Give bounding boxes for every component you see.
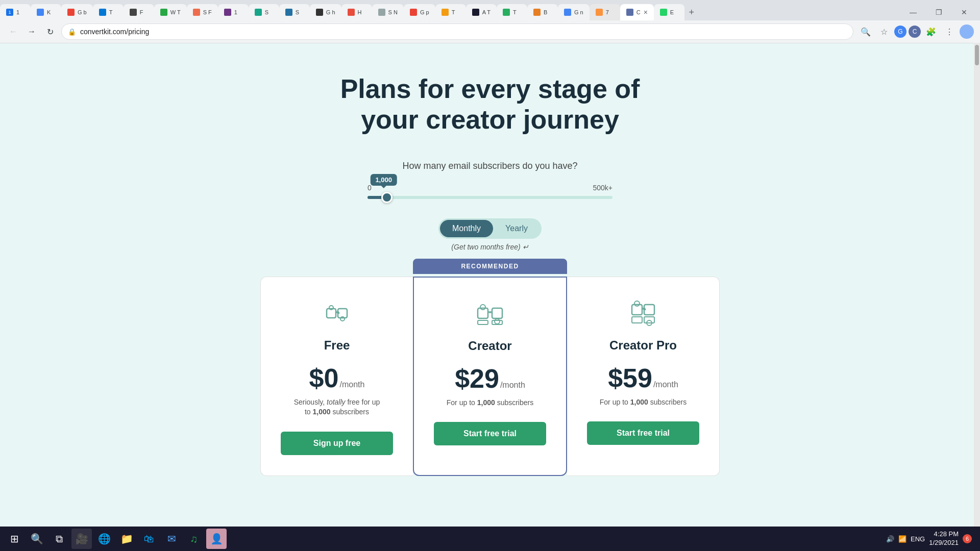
tab-favicon-gn: [564, 9, 571, 16]
taskbar-time-display: 4:28 PM: [929, 530, 959, 539]
creator-pro-plan-cta-button[interactable]: Start free trial: [587, 421, 699, 445]
browser-tab-gp[interactable]: G p: [404, 4, 435, 20]
creator-pro-plan-name: Creator Pro: [609, 338, 677, 353]
browser-tab-f[interactable]: F: [124, 4, 154, 20]
new-tab-button[interactable]: +: [684, 5, 699, 19]
browser-tab-t3[interactable]: T: [497, 4, 527, 20]
refresh-button[interactable]: ↻: [43, 24, 57, 39]
billing-toggle-container: Monthly Yearly (Get two months free) ↵: [438, 218, 542, 251]
pricing-cards: Free $0 /month Seriously, totally free f…: [260, 277, 720, 476]
tab-favicon-t2: [442, 9, 449, 16]
free-plan-cta-button[interactable]: Sign up free: [281, 432, 393, 455]
browser-toolbar: ← → ↻ 🔒 convertkit.com/pricing 🔍 ☆ G C 🧩…: [0, 20, 980, 43]
browser-tab-sn[interactable]: S N: [372, 4, 404, 20]
taskbar-sound-icon: 🔊: [886, 535, 894, 543]
browser-tab-gn[interactable]: G n: [558, 4, 590, 20]
taskbar-files-button[interactable]: 📁: [116, 529, 137, 543]
yearly-toggle-button[interactable]: Yearly: [493, 220, 540, 237]
maximize-button[interactable]: ❐: [927, 4, 950, 20]
browser-tab-sf[interactable]: S F: [187, 4, 218, 20]
browser-tab-e[interactable]: E: [654, 4, 684, 20]
search-taskbar-button[interactable]: 🔍: [27, 529, 47, 543]
creator-price-period: /month: [500, 381, 525, 390]
minimize-button[interactable]: —: [901, 4, 925, 20]
taskbar: ⊞ 🔍 ⧉ 🎥 🌐 📁 🛍 ✉ ♫ 👤 🔊 📶 ENG 4:28 PM 1/29…: [0, 527, 980, 543]
browser-tab-p[interactable]: 1: [218, 4, 249, 20]
svg-rect-12: [632, 317, 642, 323]
browser-tab-t2[interactable]: T: [435, 4, 466, 20]
creator-pro-price-period: /month: [653, 380, 678, 389]
taskbar-spotify-button[interactable]: ♫: [184, 529, 204, 543]
active-tab-label: C: [636, 9, 641, 15]
slider-labels: 0 500k+: [368, 184, 612, 192]
creator-plan-price: $29 /month: [455, 363, 525, 394]
browser-tabs: 11 K G b T F W T S F 1 S S G h H S N G p…: [0, 0, 980, 20]
creator-plan-cta-button[interactable]: Start free trial: [434, 422, 546, 445]
slider-track: 1,000: [368, 196, 612, 199]
svg-rect-5: [492, 308, 502, 318]
slider-tooltip: 1,000: [370, 174, 397, 186]
browser-tab-inactive[interactable]: 11: [0, 4, 31, 20]
bookmark-button[interactable]: ☆: [876, 23, 892, 40]
taskbar-mail-button[interactable]: ✉: [161, 529, 182, 543]
tab-favicon-s2: [285, 9, 292, 16]
browser-tab-at[interactable]: A T: [466, 4, 497, 20]
slider-thumb[interactable]: 1,000: [381, 192, 393, 203]
close-window-button[interactable]: ✕: [952, 4, 976, 20]
free-plan-name: Free: [324, 338, 350, 353]
browser-tab-7[interactable]: 7: [590, 4, 620, 20]
taskview-button[interactable]: ⧉: [49, 529, 69, 543]
extensions-button[interactable]: 🧩: [923, 23, 939, 40]
taskbar-edge-button[interactable]: 🌐: [94, 529, 114, 543]
start-button[interactable]: ⊞: [4, 529, 24, 543]
extension-button-2[interactable]: C: [909, 26, 921, 38]
taskbar-zoom-button[interactable]: 🎥: [71, 529, 92, 543]
creator-plan-card: RECOMMENDED Creator $29 /month For up to: [413, 277, 567, 476]
toolbar-actions: 🔍 ☆ G C 🧩 ⋮: [857, 23, 974, 40]
svg-point-9: [495, 319, 500, 324]
taskbar-language: ENG: [911, 535, 925, 543]
browser-tab-k[interactable]: K: [31, 4, 61, 20]
scrollbar-thumb[interactable]: [975, 45, 979, 65]
tab-favicon-e: [660, 9, 667, 16]
browser-tab-h[interactable]: H: [341, 4, 372, 20]
lock-icon: 🔒: [68, 28, 76, 36]
tab-close-button[interactable]: ×: [644, 8, 648, 16]
profile-button[interactable]: [960, 24, 974, 39]
extension-button-1[interactable]: G: [894, 26, 906, 38]
monthly-toggle-button[interactable]: Monthly: [440, 220, 493, 237]
scrollbar[interactable]: [974, 43, 980, 533]
browser-tab-active[interactable]: C ×: [620, 4, 654, 20]
tab-favicon-sp: [255, 9, 262, 16]
browser-tab-sp[interactable]: S: [249, 4, 279, 20]
free-plan-card: Free $0 /month Seriously, totally free f…: [260, 277, 413, 476]
free-price-amount: $0: [309, 363, 339, 393]
forward-button[interactable]: →: [24, 24, 39, 39]
browser-tab-s2[interactable]: S: [279, 4, 310, 20]
taskbar-clock[interactable]: 4:28 PM 1/29/2021: [929, 530, 959, 543]
browser-tab-wt[interactable]: W T: [154, 4, 187, 20]
browser-tab-b[interactable]: B: [527, 4, 558, 20]
back-button[interactable]: ←: [6, 24, 20, 39]
address-bar[interactable]: 🔒 convertkit.com/pricing: [61, 23, 853, 40]
free-plan-icon: [321, 297, 353, 330]
browser-tab-g[interactable]: G b: [61, 4, 93, 20]
subscriber-question: How many email subscribers do you have?: [402, 161, 577, 171]
browser-tab-t1[interactable]: T: [93, 4, 124, 20]
taskbar-avatar-button[interactable]: 👤: [206, 529, 227, 543]
taskbar-date-display: 1/29/2021: [929, 539, 959, 543]
taskbar-store-button[interactable]: 🛍: [139, 529, 159, 543]
menu-button[interactable]: ⋮: [941, 23, 958, 40]
free-plan-price: $0 /month: [309, 363, 365, 393]
browser-tab-gh[interactable]: G h: [310, 4, 341, 20]
svg-rect-6: [478, 320, 488, 324]
creator-pro-plan-card: Creator Pro $59 /month For up to 1,000 s…: [567, 277, 720, 476]
page-content: Plans for every stage of your creator jo…: [0, 43, 980, 543]
search-button[interactable]: 🔍: [857, 23, 874, 40]
yearly-note: (Get two months free) ↵: [451, 243, 528, 251]
tab-favicon-h: [348, 9, 355, 16]
browser-chrome: 11 K G b T F W T S F 1 S S G h H S N G p…: [0, 0, 980, 43]
tab-favicon-wt: [160, 9, 167, 16]
taskbar-notification-badge[interactable]: 6: [963, 534, 972, 543]
tab-favicon-p: [224, 9, 231, 16]
